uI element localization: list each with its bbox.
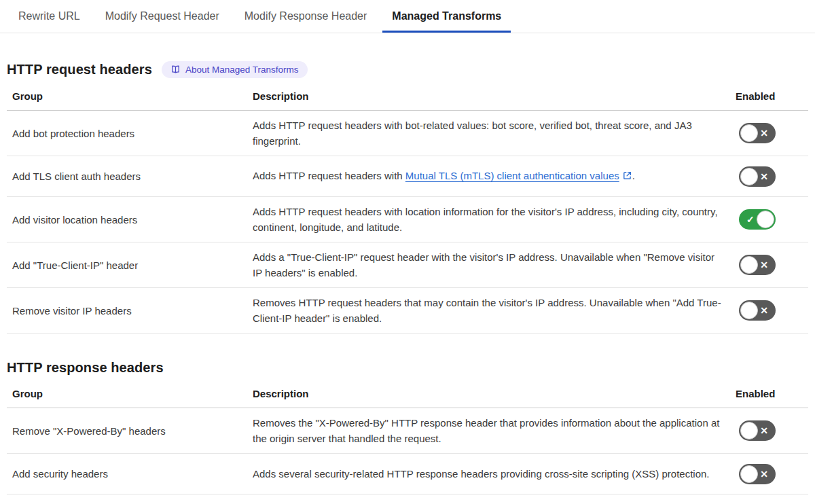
description-cell: Adds HTTP request headers with location … xyxy=(247,197,730,242)
toggle-state-icon: ✓ xyxy=(746,209,755,230)
managed-transforms-panel: HTTP request headers About Managed Trans… xyxy=(0,61,815,494)
tab-modify-request-header[interactable]: Modify Request Header xyxy=(96,0,229,33)
enabled-cell: ✕ xyxy=(730,408,808,454)
tab-rewrite-url[interactable]: Rewrite URL xyxy=(9,0,90,33)
toggle-state-icon: ✕ xyxy=(760,420,768,441)
description-link[interactable]: Mutual TLS (mTLS) client authentication … xyxy=(405,170,619,181)
group-cell: Add visitor location headers xyxy=(7,197,247,242)
table-row: Add security headers Adds several securi… xyxy=(7,454,808,494)
enabled-cell: ✕ xyxy=(730,156,808,197)
description-cell: Adds a "True-Client-IP" request header w… xyxy=(247,242,730,288)
enabled-cell: ✕ xyxy=(730,242,808,288)
group-cell-text: Add "True-Client-IP" header xyxy=(12,259,138,271)
group-column-header: Group xyxy=(7,383,247,408)
request-headers-tbody: Add bot protection headers Adds HTTP req… xyxy=(7,111,808,334)
toggle-knob xyxy=(740,256,758,274)
open-book-icon xyxy=(170,65,181,75)
group-cell: Add security headers xyxy=(7,454,247,494)
group-cell-text: Add TLS client auth headers xyxy=(12,170,141,182)
group-cell: Remove "X-Powered-By" headers xyxy=(7,408,247,454)
table-row: Add bot protection headers Adds HTTP req… xyxy=(7,111,808,156)
group-cell-text: Remove "X-Powered-By" headers xyxy=(12,425,166,437)
enabled-toggle[interactable]: ✓ xyxy=(739,209,776,230)
request-headers-table: Group Description Enabled Add bot protec… xyxy=(7,86,808,334)
table-row: Remove "X-Powered-By" headers Removes th… xyxy=(7,408,808,454)
toggle-knob xyxy=(740,168,758,185)
enabled-toggle[interactable]: ✕ xyxy=(739,420,776,441)
table-row: Remove visitor IP headers Removes HTTP r… xyxy=(7,288,808,334)
enabled-toggle[interactable]: ✕ xyxy=(739,300,776,321)
enabled-toggle[interactable]: ✕ xyxy=(739,166,776,187)
description-cell: Removes HTTP request headers that may co… xyxy=(247,288,730,334)
enabled-toggle[interactable]: ✕ xyxy=(739,123,776,143)
description-cell: Adds HTTP request headers with Mutual TL… xyxy=(247,156,730,197)
description-cell: Adds several security-related HTTP respo… xyxy=(247,454,730,494)
external-link-icon xyxy=(622,169,632,185)
request-headers-title: HTTP request headers xyxy=(7,62,152,77)
table-row: Add TLS client auth headers Adds HTTP re… xyxy=(7,156,808,197)
table-header-row: Group Description Enabled xyxy=(7,86,808,111)
enabled-cell: ✓ xyxy=(730,197,808,242)
toggle-knob xyxy=(757,211,774,228)
group-cell-text: Remove visitor IP headers xyxy=(12,305,132,317)
description-cell: Adds HTTP request headers with bot-relat… xyxy=(247,111,730,156)
toggle-knob xyxy=(740,124,758,142)
tab-managed-transforms[interactable]: Managed Transforms xyxy=(382,0,511,33)
tab-modify-response-header[interactable]: Modify Response Header xyxy=(235,0,377,33)
toggle-knob xyxy=(740,302,758,319)
about-managed-transforms-button[interactable]: About Managed Transforms xyxy=(162,61,308,78)
toggle-state-icon: ✕ xyxy=(760,464,768,484)
enabled-toggle[interactable]: ✕ xyxy=(739,255,776,275)
response-headers-table: Group Description Enabled Remove "X-Powe… xyxy=(7,383,808,494)
description-cell: Removes the "X-Powered-By" HTTP response… xyxy=(247,408,730,454)
toggle-state-icon: ✕ xyxy=(760,300,768,321)
group-cell-text: Add visitor location headers xyxy=(12,214,137,226)
description-column-header: Description xyxy=(247,383,730,408)
enabled-cell: ✕ xyxy=(730,288,808,334)
group-column-header: Group xyxy=(7,86,247,111)
toggle-knob xyxy=(740,422,758,439)
enabled-column-header: Enabled xyxy=(730,383,808,408)
tab-bar: Rewrite URL Modify Request Header Modify… xyxy=(0,0,815,33)
group-cell: Remove visitor IP headers xyxy=(7,288,247,334)
group-cell: Add "True-Client-IP" header xyxy=(7,242,247,288)
enabled-cell: ✕ xyxy=(730,111,808,156)
toggle-state-icon: ✕ xyxy=(760,166,768,187)
response-headers-title: HTTP response headers xyxy=(7,360,164,376)
group-cell-text: Add bot protection headers xyxy=(12,128,134,139)
toggle-state-icon: ✕ xyxy=(760,255,768,275)
group-cell: Add TLS client auth headers xyxy=(7,156,247,197)
table-row: Add visitor location headers Adds HTTP r… xyxy=(7,197,808,242)
enabled-toggle[interactable]: ✕ xyxy=(739,464,776,484)
toggle-state-icon: ✕ xyxy=(760,123,768,143)
enabled-cell: ✕ xyxy=(730,454,808,494)
enabled-column-header: Enabled xyxy=(730,86,808,111)
table-row: Add "True-Client-IP" header Adds a "True… xyxy=(7,242,808,288)
description-column-header: Description xyxy=(247,86,730,111)
about-managed-transforms-label: About Managed Transforms xyxy=(185,65,299,75)
group-cell-text: Add security headers xyxy=(12,468,108,480)
group-cell: Add bot protection headers xyxy=(7,111,247,156)
response-headers-tbody: Remove "X-Powered-By" headers Removes th… xyxy=(7,408,808,494)
toggle-knob xyxy=(740,465,758,483)
table-header-row: Group Description Enabled xyxy=(7,383,808,408)
